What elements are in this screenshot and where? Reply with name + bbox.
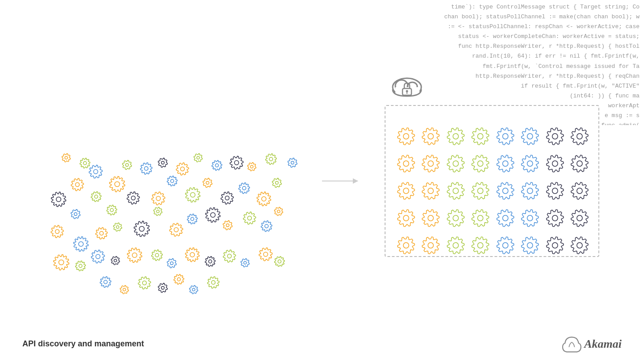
organized-gear [444, 124, 467, 149]
organized-gear [444, 205, 467, 231]
svg-point-28 [265, 224, 268, 228]
svg-point-37 [190, 253, 195, 257]
organized-gear [444, 151, 467, 177]
scattered-gear [210, 159, 224, 174]
scattered-gear [286, 156, 299, 171]
svg-point-35 [155, 253, 159, 257]
organized-gear [568, 178, 592, 204]
organized-gear [494, 178, 517, 204]
svg-point-79 [478, 161, 483, 166]
svg-point-15 [170, 179, 174, 182]
scattered-gear [257, 246, 274, 265]
svg-point-3 [74, 213, 77, 216]
scattered-gear [183, 185, 202, 206]
scattered-gear [273, 255, 286, 270]
scattered-gear [105, 203, 119, 219]
scattered-gear [221, 219, 234, 233]
organized-gears-box [385, 105, 599, 257]
organized-gear [394, 124, 418, 149]
organized-gear [568, 232, 592, 258]
organized-gear [543, 124, 567, 149]
scattered-gear [139, 161, 154, 178]
svg-point-75 [577, 134, 582, 139]
svg-point-52 [269, 157, 273, 161]
organized-gear [543, 205, 567, 231]
svg-point-77 [428, 161, 433, 166]
svg-point-24 [191, 217, 194, 220]
organized-gear [494, 205, 517, 231]
svg-point-99 [577, 215, 582, 221]
svg-point-20 [262, 197, 266, 201]
scattered-gear [183, 246, 201, 265]
scattered-gear [89, 190, 103, 205]
organized-gears-grid [390, 119, 596, 262]
svg-point-76 [403, 161, 409, 166]
scattered-gear [201, 177, 214, 191]
svg-point-95 [478, 215, 483, 221]
scattered-gear [259, 219, 274, 235]
scattered-gear [125, 246, 144, 266]
svg-point-56 [143, 281, 147, 285]
svg-point-97 [527, 215, 533, 221]
svg-point-23 [174, 227, 178, 232]
svg-point-34 [132, 253, 137, 258]
arrow-container [322, 181, 358, 181]
organized-gear [568, 205, 592, 231]
organized-gear [519, 124, 542, 149]
svg-point-58 [177, 278, 180, 281]
svg-point-32 [96, 254, 100, 259]
svg-point-42 [278, 260, 281, 263]
svg-point-11 [100, 232, 103, 235]
svg-point-107 [577, 242, 582, 248]
svg-point-60 [212, 281, 215, 284]
svg-point-78 [453, 161, 458, 166]
scattered-gear [192, 152, 204, 165]
organized-gear [394, 151, 418, 177]
svg-point-68 [403, 134, 409, 139]
svg-point-55 [123, 288, 126, 291]
scattered-gear [264, 152, 278, 168]
svg-point-57 [161, 286, 165, 290]
scattered-gear [273, 206, 284, 219]
svg-point-51 [250, 165, 253, 168]
svg-point-21 [275, 181, 279, 185]
svg-point-48 [197, 156, 199, 159]
svg-point-93 [428, 215, 433, 221]
scattered-gear [255, 190, 273, 210]
svg-point-45 [144, 167, 148, 170]
scattered-gear [186, 212, 199, 227]
svg-point-46 [161, 161, 165, 164]
scattered-gear [152, 206, 164, 219]
cloud-lock-icon [389, 72, 425, 101]
svg-point-81 [527, 161, 533, 166]
scattered-gear [221, 248, 237, 266]
scattered-gear [237, 181, 251, 197]
svg-rect-67 [407, 92, 407, 94]
scattered-gear [168, 221, 185, 240]
scattered-gear [119, 284, 130, 297]
scattered-gear [51, 253, 71, 274]
organized-gear [543, 178, 567, 204]
scattered-gear [49, 223, 65, 241]
organized-gear [494, 124, 517, 149]
svg-point-33 [114, 259, 117, 262]
svg-point-91 [577, 188, 582, 194]
svg-point-18 [225, 196, 229, 200]
scattered-gear [98, 275, 113, 291]
organized-gear [469, 124, 492, 149]
scattered-gear [206, 275, 221, 292]
right-arrow [322, 181, 358, 181]
svg-point-87 [478, 188, 483, 194]
organized-gear [444, 232, 467, 258]
organized-gear [519, 178, 542, 204]
svg-point-98 [552, 215, 558, 221]
scattered-gear [150, 248, 164, 264]
svg-point-13 [139, 226, 144, 231]
svg-point-41 [263, 252, 268, 257]
svg-point-106 [552, 242, 558, 248]
svg-point-17 [206, 181, 209, 185]
svg-point-6 [131, 196, 136, 200]
scattered-gear [174, 161, 191, 179]
svg-point-74 [552, 134, 558, 139]
svg-point-86 [453, 188, 458, 194]
